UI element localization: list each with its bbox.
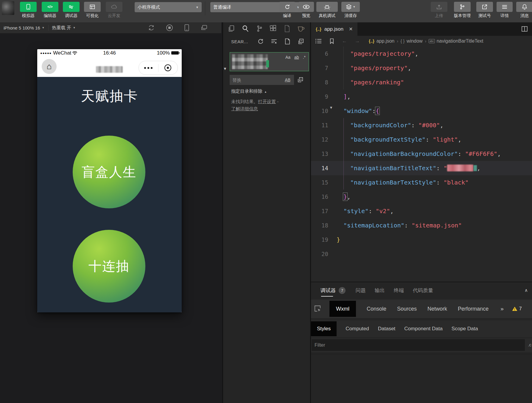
source-control-icon[interactable] (256, 25, 263, 32)
collapse-panel-icon[interactable]: ∧ (525, 288, 528, 293)
ten-draw-button[interactable]: 十连抽 (73, 230, 145, 303)
visual-toggle[interactable]: 可视化 (84, 2, 101, 18)
tab-computed[interactable]: Computed (346, 326, 369, 332)
extensions-icon[interactable] (270, 25, 277, 32)
fold-chevron-icon[interactable]: ▼ (330, 106, 332, 110)
outline-list-icon[interactable] (315, 38, 322, 44)
code-token: "sitemap.json" (412, 222, 462, 229)
build-cup-icon[interactable] (297, 25, 305, 32)
code-token: "pages/ranking" (350, 79, 404, 86)
code-line-18[interactable]: 18"sitemapLocation": "sitemap.json" (311, 218, 532, 232)
close-minibar-button[interactable] (158, 64, 178, 71)
breadcrumb-file[interactable]: app.json (377, 38, 395, 44)
tab-app-json[interactable]: {..} app.json ✕ (311, 22, 357, 36)
details-button[interactable]: 详情 (496, 2, 513, 18)
cls-button-fragment[interactable]: .c (528, 342, 531, 347)
refresh-results-icon[interactable] (258, 38, 264, 44)
code-line-8[interactable]: 8"pages/ranking" (311, 75, 532, 89)
code-line-11[interactable]: 11"backgroundColor": "#000", (311, 118, 532, 132)
search-details-toggle[interactable]: 指定目录和排除▲ (231, 89, 267, 94)
test-account-button[interactable]: 测试号 (476, 2, 494, 18)
code-line-13[interactable]: 13"navigationBarBackgroundColor": "#F6F6… (311, 147, 532, 161)
open-in-editor-icon[interactable] (284, 38, 290, 45)
simulator-toggle[interactable]: 模拟器 (20, 2, 37, 18)
code-line-19[interactable]: 19} (311, 232, 532, 247)
tab-debugger[interactable]: 调试器 (321, 287, 336, 294)
whole-word-toggle[interactable]: ab (294, 55, 299, 60)
regex-toggle[interactable]: .* (303, 55, 306, 60)
tab-performance[interactable]: Performance (458, 306, 489, 312)
open-settings-link[interactable]: 打开设置 (258, 99, 276, 104)
debugger-toggle[interactable]: 调试器 (63, 2, 80, 18)
warnings-indicator[interactable]: 7 (512, 306, 522, 311)
code-line-17[interactable]: 17"style": "v2", (311, 204, 532, 218)
code-line-7[interactable]: 7"pages/property", (311, 61, 532, 75)
tab-dataset[interactable]: Dataset (378, 326, 396, 332)
learn-more-link[interactable]: 了解详细信息 (231, 106, 258, 111)
record-icon[interactable] (166, 24, 173, 31)
replace-all-icon[interactable] (297, 77, 304, 83)
tab-component-data[interactable]: Component Data (404, 326, 443, 332)
nav-back-icon[interactable]: ← (342, 38, 347, 44)
rotate-icon[interactable] (148, 24, 155, 31)
blindbox-life-button[interactable]: 盲盒人生 (73, 136, 145, 208)
search-input[interactable]: Aa ab .* (230, 52, 309, 71)
tab-network[interactable]: Network (427, 306, 447, 312)
preserve-case-toggle[interactable]: AB (285, 78, 290, 82)
device-frame-icon[interactable] (184, 24, 189, 31)
files-icon[interactable] (228, 25, 235, 32)
device-dropdown[interactable]: iPhone 5 100% 16 ▼ (0, 22, 48, 33)
code-line-10[interactable]: 10▼"window":{ (311, 104, 532, 118)
code-line-15[interactable]: 15"navigationBarTextStyle": "black" (311, 175, 532, 190)
collapse-all-icon[interactable] (298, 38, 304, 45)
bookmark-icon[interactable] (329, 38, 334, 44)
code-line-14[interactable]: 14"navigationBarTitleText": ", (311, 161, 532, 175)
close-tab-icon[interactable]: ✕ (349, 26, 353, 32)
tab-terminal[interactable]: 终端 (394, 287, 404, 294)
tab-scope-data[interactable]: Scope Data (452, 326, 478, 332)
code-line-20[interactable]: 20 (311, 247, 532, 261)
styles-filter-input[interactable] (312, 339, 525, 351)
split-editor-icon[interactable] (521, 26, 528, 32)
devtools-tab-strip: Wxml Console Sources Network Performance… (311, 300, 532, 318)
code-line-16[interactable]: 16}, (311, 190, 532, 204)
expand-replace-chevron[interactable]: ▼ (223, 66, 227, 71)
clear-results-icon[interactable] (271, 39, 277, 44)
upload-button[interactable]: 上传 (430, 2, 448, 18)
multi-window-icon[interactable] (200, 24, 208, 31)
code-line-12[interactable]: 12"backgroundTextStyle": "light", (311, 132, 532, 147)
version-control-button[interactable]: 版本管理 (451, 2, 474, 18)
tab-output[interactable]: 输出 (375, 287, 385, 294)
user-avatar[interactable] (2, 1, 14, 15)
home-button[interactable]: ⌂ (42, 59, 57, 74)
hot-reload-dropdown[interactable]: 热重载 开 ▼ (49, 22, 79, 33)
breadcrumb-property[interactable]: navigationBarTitleText (437, 38, 483, 44)
tab-wxml[interactable]: Wxml (329, 301, 356, 317)
nav-forward-icon[interactable]: → (355, 38, 360, 44)
preview-button[interactable]: 预览 (298, 2, 315, 18)
messages-button[interactable]: 消息 (516, 2, 532, 18)
replace-input[interactable] (230, 75, 294, 85)
code-token: : (372, 107, 376, 114)
code-line-9[interactable]: 9], (311, 89, 532, 104)
tab-console[interactable]: Console (367, 306, 386, 312)
code-area[interactable]: 6"pages/trajectory",7"pages/property",8"… (311, 46, 532, 282)
tab-styles[interactable]: Styles (311, 321, 337, 336)
code-line-6[interactable]: 6"pages/trajectory", (311, 46, 532, 61)
mode-dropdown[interactable]: 小程序模式 ▼ (135, 2, 202, 12)
tab-problems[interactable]: 问题 (356, 287, 366, 294)
editor-toggle[interactable]: </> 编辑器 (41, 2, 59, 18)
more-tabs-icon[interactable]: » (500, 306, 504, 312)
file-page-icon[interactable] (284, 25, 290, 32)
search-icon[interactable] (242, 25, 249, 32)
tab-code-quality[interactable]: 代码质量 (413, 287, 433, 294)
more-button[interactable] (139, 67, 158, 69)
tab-sources[interactable]: Sources (397, 306, 417, 312)
breadcrumb-object[interactable]: window (407, 38, 422, 44)
inspect-element-icon[interactable] (314, 305, 322, 313)
compile-button[interactable]: 编译 (279, 2, 296, 18)
real-device-debug-button[interactable]: 真机调试 (316, 2, 338, 18)
cloud-dev-toggle[interactable]: 云开发 (105, 2, 123, 18)
clear-cache-button[interactable]: ▼ 清缓存 (341, 2, 360, 18)
match-case-toggle[interactable]: Aa (285, 55, 290, 60)
